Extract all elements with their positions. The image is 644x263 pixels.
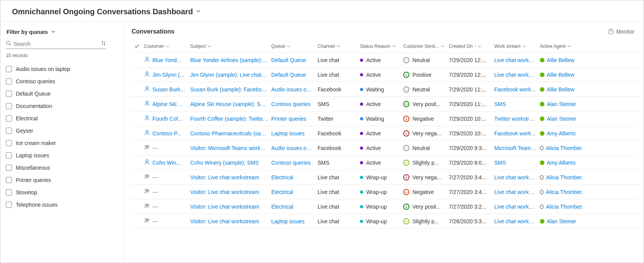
subject-link[interactable]: Visitor: Live chat workstream	[190, 189, 271, 195]
customer-link[interactable]: Jim Glynn (...	[144, 71, 190, 78]
table-row[interactable]: Alpine Ski ...Alpine Ski House (sample):…	[130, 97, 639, 111]
agent-link[interactable]: Amy Alberts	[540, 130, 586, 137]
workstream-link[interactable]: SMS	[494, 101, 540, 107]
queue-checkbox[interactable]	[6, 103, 12, 109]
workstream-link[interactable]: Twitter workstream	[494, 116, 540, 122]
queue-item[interactable]: Audio issues on laptop	[6, 63, 118, 75]
table-row[interactable]: ---Visitor: Live chat workstreamLaptop i…	[130, 214, 639, 229]
subject-link[interactable]: Fourth Coffee (sample): Twitter wor	[190, 116, 271, 122]
queue-item[interactable]: Miscellaneous	[6, 162, 118, 174]
col-queue[interactable]: Queue	[271, 44, 318, 49]
agent-link[interactable]: Alicia Thomber.	[540, 204, 586, 210]
customer-link[interactable]: ---	[144, 203, 190, 210]
monitor-button[interactable]: Monitor	[608, 29, 634, 35]
queue-checkbox[interactable]	[6, 91, 12, 97]
search-input[interactable]	[14, 41, 101, 47]
col-channel[interactable]: Channel	[318, 44, 360, 49]
table-row[interactable]: Susan Burk...Susan Burk (sample): Facebo…	[130, 82, 639, 97]
queue-item[interactable]: Documentation	[6, 100, 118, 112]
queue-item[interactable]: Contoso queries	[6, 75, 118, 88]
queue-item[interactable]: Ice cream maker	[6, 137, 118, 149]
workstream-link[interactable]: Live chat workstrea	[494, 174, 540, 180]
customer-link[interactable]: Contoso P...	[144, 130, 190, 137]
queue-checkbox[interactable]	[6, 177, 12, 183]
table-row[interactable]: Coho Win...Coho Winery (sample): SMSCont…	[130, 155, 639, 170]
col-subject[interactable]: Subject	[190, 44, 271, 49]
workstream-link[interactable]: Live chat workstrea	[494, 218, 540, 224]
customer-link[interactable]: ---	[144, 174, 190, 181]
col-customer[interactable]: Customer	[144, 44, 190, 49]
queue-link[interactable]: Audio issues on lap	[271, 86, 318, 93]
queue-link[interactable]: Laptop issues	[271, 218, 318, 224]
customer-link[interactable]: ---	[144, 144, 190, 152]
queue-item[interactable]: Electrical	[6, 112, 118, 125]
table-row[interactable]: Blue Yond...Blue Yonder Airlines (sample…	[130, 53, 639, 67]
queue-checkbox[interactable]	[6, 115, 12, 121]
queue-item[interactable]: Geyser	[6, 125, 118, 137]
workstream-link[interactable]: Live chat workstrea	[494, 204, 540, 210]
queue-link[interactable]: Laptop issues	[271, 130, 318, 137]
subject-link[interactable]: Visitor: Microsoft Teams workstrean	[190, 145, 271, 151]
queue-link[interactable]: Audio issues on lap	[271, 145, 318, 151]
agent-link[interactable]: Alicia Thomber.	[540, 189, 586, 195]
agent-link[interactable]: Allie Bellew	[540, 57, 586, 63]
workstream-link[interactable]: Facebook workstre	[494, 86, 540, 93]
subject-link[interactable]: Visitor: Live chat workstream	[190, 204, 271, 210]
queue-checkbox[interactable]	[6, 140, 12, 146]
chevron-down-icon[interactable]	[51, 29, 56, 35]
queue-checkbox[interactable]	[6, 202, 12, 208]
workstream-link[interactable]: Live chat workstrea	[494, 189, 540, 195]
queue-item[interactable]: Stovetop	[6, 186, 118, 199]
customer-link[interactable]: Blue Yond...	[144, 56, 190, 64]
customer-link[interactable]: ---	[144, 188, 190, 196]
agent-link[interactable]: Alicia Thomber.	[540, 174, 586, 180]
table-row[interactable]: Contoso P...Contoso Pharmaceuticals (sam…	[130, 126, 639, 141]
table-row[interactable]: ---Visitor: Live chat workstreamElectric…	[130, 199, 639, 214]
agent-link[interactable]: Alicia Thomber.	[540, 145, 586, 151]
queue-checkbox[interactable]	[6, 66, 12, 72]
subject-link[interactable]: Visitor: Live chat workstream	[190, 174, 271, 180]
queue-checkbox[interactable]	[6, 128, 12, 134]
table-row[interactable]: Jim Glynn (...Jim Glynn (sample): Live c…	[130, 67, 639, 82]
table-row[interactable]: ---Visitor: Microsoft Teams workstreanAu…	[130, 141, 639, 155]
subject-link[interactable]: Jim Glynn (sample): Live chat works	[190, 72, 271, 78]
table-row[interactable]: ---Visitor: Live chat workstreamElectric…	[130, 185, 639, 199]
queue-item[interactable]: Printer queries	[6, 174, 118, 186]
subject-link[interactable]: Visitor: Live chat workstream	[190, 218, 271, 224]
queue-checkbox[interactable]	[6, 152, 12, 158]
table-row[interactable]: ---Visitor: Live chat workstreamElectric…	[130, 170, 639, 185]
subject-link[interactable]: Contoso Pharmaceuticals (sample):	[190, 130, 271, 137]
queue-link[interactable]: Contoso queries	[271, 160, 318, 166]
queue-link[interactable]: Electrical	[271, 189, 318, 195]
workstream-link[interactable]: Facebook workstre	[494, 130, 540, 137]
workstream-link[interactable]: Microsoft Teams w	[494, 145, 540, 151]
customer-link[interactable]: Coho Win...	[144, 159, 190, 166]
workstream-link[interactable]: SMS	[494, 160, 540, 166]
agent-link[interactable]: Alan Steiner	[540, 116, 586, 122]
agent-link[interactable]: Amy Alberts	[540, 160, 586, 166]
agent-link[interactable]: Alan Steiner	[540, 218, 586, 224]
col-agent[interactable]: Active Agent	[540, 44, 586, 49]
queue-item[interactable]: Laptop issues	[6, 149, 118, 162]
queue-checkbox[interactable]	[6, 78, 12, 84]
queue-checkbox[interactable]	[6, 189, 12, 196]
col-sentiment[interactable]: Customer Senti...	[403, 44, 449, 49]
queue-link[interactable]: Default Queue	[271, 72, 318, 78]
agent-link[interactable]: Alan Steiner	[540, 101, 586, 107]
queue-item[interactable]: Telephone issues	[6, 199, 118, 211]
customer-link[interactable]: ---	[144, 217, 190, 225]
workstream-link[interactable]: Live chat workstrea	[494, 72, 540, 78]
agent-link[interactable]: Allie Bellew	[540, 72, 586, 78]
customer-link[interactable]: Alpine Ski ...	[144, 100, 190, 108]
col-created[interactable]: Created On ↓	[449, 44, 494, 49]
queue-link[interactable]: Default Queue	[271, 57, 318, 63]
table-row[interactable]: Fourth Cof...Fourth Coffee (sample): Twi…	[130, 111, 639, 126]
agent-link[interactable]: Allie Bellew	[540, 86, 586, 93]
subject-link[interactable]: Coho Winery (sample): SMS	[190, 160, 271, 166]
queue-link[interactable]: Contoso queries	[271, 101, 318, 107]
customer-link[interactable]: Susan Burk...	[144, 86, 190, 93]
queue-link[interactable]: Printer queries	[271, 116, 318, 122]
queue-link[interactable]: Electrical	[271, 174, 318, 180]
col-status[interactable]: Status Reason	[360, 44, 403, 49]
chevron-down-icon[interactable]	[196, 9, 201, 15]
